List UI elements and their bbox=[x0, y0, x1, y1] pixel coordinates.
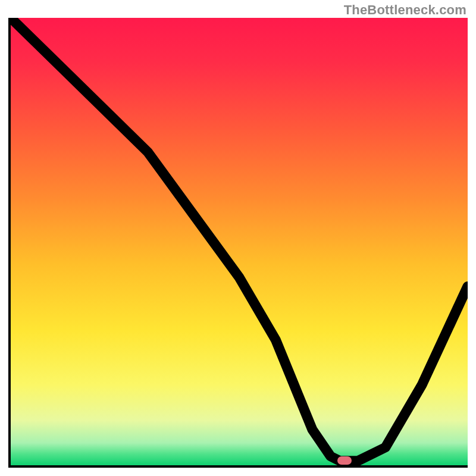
chart-line bbox=[11, 18, 468, 465]
plot-area bbox=[8, 18, 468, 468]
chart-container: TheBottleneck.com bbox=[0, 0, 476, 476]
watermark-text: TheBottleneck.com bbox=[344, 2, 466, 18]
series-marker bbox=[337, 456, 352, 465]
